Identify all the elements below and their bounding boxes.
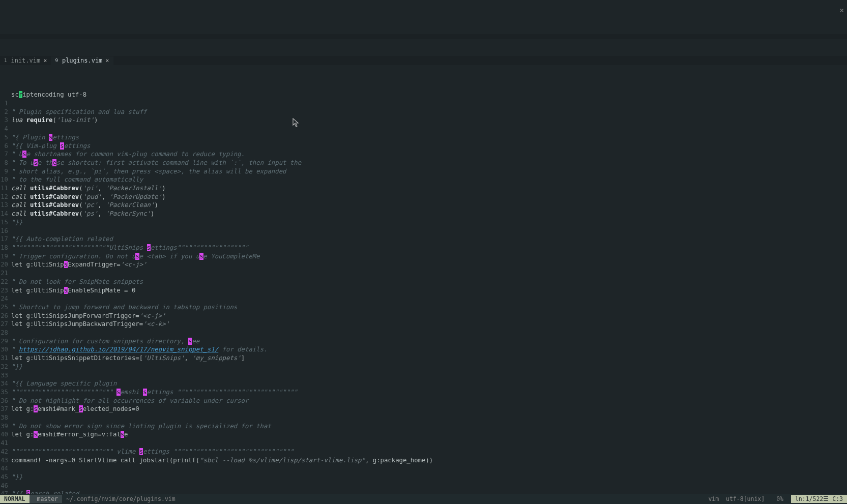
code-line[interactable]: " Shortcut to jump forward and backward … — [11, 303, 433, 312]
code-line[interactable] — [11, 464, 433, 473]
code-line[interactable] — [11, 227, 433, 235]
scroll-percent: 0% — [769, 495, 791, 503]
code-line[interactable]: lua require('lua-init') — [11, 116, 433, 125]
code-line[interactable]: call utils#Cabbrev('pi', 'PackerInstall'… — [11, 184, 433, 193]
code-line[interactable]: "{{ Vim-plug settings — [11, 142, 433, 151]
code-line[interactable]: let g:UltiSnipsJumpBackwardTrigger='<c-k… — [11, 320, 433, 329]
code-line[interactable]: "}} — [11, 363, 433, 371]
code-line[interactable]: "{{ Language specific plugin — [11, 379, 433, 388]
code-line[interactable]: "}} — [11, 473, 433, 482]
code-line[interactable]: " Configuration for custom snippets dire… — [11, 337, 433, 346]
code-line[interactable]: call utils#Cabbrev('ps', 'PackerSync') — [11, 210, 433, 218]
code-line[interactable]: " Trigger configuration. Do not use <tab… — [11, 252, 433, 261]
editor-pane[interactable]: 1234567891011121314151617181920212223242… — [0, 91, 847, 504]
file-path: ~/.config/nvim/core/plugins.vim — [62, 495, 704, 503]
file-info: vim utf-8[unix] — [704, 495, 769, 503]
tab-plugins-vim[interactable]: 9plugins.vim× — [51, 56, 113, 65]
close-icon[interactable]: × — [840, 6, 844, 15]
code-line[interactable]: call utils#Cabbrev('pud', 'PackerUpdate'… — [11, 193, 433, 201]
code-line[interactable]: """"""""""""""""""""""""""UltiSnips sett… — [11, 244, 433, 252]
code-line[interactable]: "{ Plugin settings — [11, 133, 433, 142]
code-line[interactable]: " to the full command automatically — [11, 175, 433, 184]
status-bar: NORMAL master ~/.config/nvim/core/plugin… — [0, 494, 847, 504]
code-line[interactable]: "{{ Auto-completion related — [11, 235, 433, 244]
code-line[interactable]: command! -nargs=0 StartVlime call jobsta… — [11, 456, 433, 465]
code-line[interactable] — [11, 125, 433, 133]
code-line[interactable]: """"""""""""""""""""""""""" semshi setti… — [11, 388, 433, 397]
code-line[interactable]: "}} — [11, 218, 433, 227]
tab-bar: 1init.vim×9plugins.vim× — [0, 56, 847, 65]
code-line[interactable] — [11, 99, 433, 108]
code-content[interactable]: scriptencoding utf-8 " Plugin specificat… — [9, 91, 433, 504]
code-line[interactable]: " To use these shortcut: first activate … — [11, 159, 433, 167]
code-line[interactable]: let g:semshi#error_sign=v:false — [11, 430, 433, 439]
code-line[interactable]: scriptencoding utf-8 — [11, 91, 433, 99]
code-line[interactable] — [11, 482, 433, 490]
code-line[interactable]: call utils#Cabbrev('pc', 'PackerClean') — [11, 201, 433, 210]
tab-init-vim[interactable]: 1init.vim× — [0, 56, 51, 65]
code-line[interactable]: " Do not show error sign since linting p… — [11, 422, 433, 431]
code-line[interactable]: let g:semshi#mark_selected_nodes=0 — [11, 405, 433, 413]
code-line[interactable] — [11, 413, 433, 422]
code-line[interactable]: let g:UltiSnipsEnableSnipMate = 0 — [11, 286, 433, 295]
code-line[interactable] — [11, 294, 433, 303]
code-line[interactable]: " Plugin specification and lua stuff — [11, 108, 433, 116]
line-numbers: 1234567891011121314151617181920212223242… — [0, 91, 9, 504]
code-line[interactable]: let g:UltiSnipsJumpForwardTrigger='<c-j>… — [11, 312, 433, 320]
git-branch: master — [30, 495, 62, 503]
code-line[interactable]: """"""""""""""""""""""""""" vlime settin… — [11, 448, 433, 456]
code-line[interactable]: " https://jdhao.github.io/2019/04/17/neo… — [11, 345, 433, 354]
code-line[interactable]: let g:UltiSnipsSnippetDirectories=['Ulti… — [11, 354, 433, 363]
code-line[interactable]: " Do not look for SnipMate snippets — [11, 278, 433, 286]
tab-close-icon[interactable]: × — [105, 56, 109, 65]
code-line[interactable]: " Do not highlight for all occurrences o… — [11, 397, 433, 405]
code-line[interactable]: let g:UltiSnipsExpandTrigger='<c-j>' — [11, 260, 433, 269]
tab-close-icon[interactable]: × — [43, 56, 47, 65]
code-line[interactable] — [11, 439, 433, 448]
tmux-status-bar: ~/projects/leet_code ~/.config/nvim/core… — [0, 34, 847, 39]
code-line[interactable]: " Use shortnames for common vim-plug com… — [11, 150, 433, 159]
mode-indicator: NORMAL — [0, 495, 30, 503]
code-line[interactable] — [11, 329, 433, 337]
code-line[interactable] — [11, 269, 433, 278]
cursor-position: ln:1/522☰ C:3 — [791, 495, 847, 503]
code-line[interactable]: " short alias, e.g., `pi`, then press <s… — [11, 167, 433, 176]
code-line[interactable] — [11, 371, 433, 380]
